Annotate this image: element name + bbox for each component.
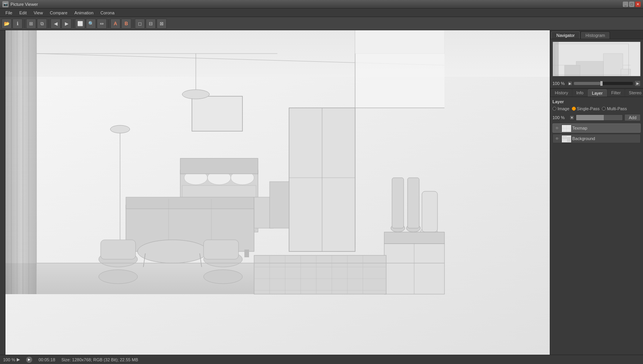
toolbar-zoom-btn[interactable]: 🔍 — [86, 19, 96, 29]
svg-rect-27 — [244, 250, 249, 257]
toolbar-sep-1 — [24, 19, 24, 28]
toolbar-next-btn[interactable]: ▶ — [61, 19, 71, 29]
svg-rect-49 — [408, 178, 419, 228]
layer-item-background[interactable]: 👁 Background — [552, 134, 641, 143]
single-pass-radio[interactable]: Single-Pass — [572, 106, 600, 111]
layer-pct-row: 100 % ▼ Add — [552, 114, 641, 121]
menu-corona[interactable]: Corona — [98, 10, 118, 16]
menu-animation[interactable]: Animation — [71, 10, 97, 16]
layer-name-background: Background — [572, 136, 639, 141]
menu-compare[interactable]: Compare — [47, 10, 70, 16]
svg-point-41 — [182, 90, 209, 99]
toolbar-view2-btn[interactable]: ⊟ — [146, 19, 156, 29]
zoom-value: 100 % — [552, 81, 566, 86]
zoom-slider[interactable] — [574, 82, 633, 85]
main-area: Navigator Histogram — [0, 30, 643, 355]
menu-edit[interactable]: Edit — [16, 10, 30, 16]
right-panel: Navigator Histogram — [550, 30, 643, 355]
sketch-background — [5, 30, 550, 355]
layer-thumb-texmap — [561, 125, 571, 132]
layer-pct-value: 100 % — [552, 115, 568, 120]
menu-bar: File Edit View Compare Animation Corona — [0, 9, 643, 17]
history-tab[interactable]: History — [551, 89, 572, 97]
single-pass-radio-dot — [572, 107, 576, 111]
toolbar-compare-btn[interactable]: ⇔ — [97, 19, 107, 29]
zoom-slider-thumb[interactable] — [600, 81, 603, 86]
zoom-max-arrow[interactable]: ▶ — [634, 80, 641, 87]
maximize-button[interactable]: □ — [629, 2, 634, 7]
svg-point-35 — [99, 270, 138, 284]
layer-pct-bar[interactable] — [576, 114, 623, 121]
play-button[interactable]: ▶ — [26, 357, 32, 363]
status-zoom-arrow: ▶ — [17, 357, 20, 362]
toolbar-view1-btn[interactable]: ◻ — [135, 19, 145, 29]
multi-pass-radio-dot — [602, 107, 606, 111]
svg-rect-7 — [5, 30, 37, 294]
toolbar-open-btn[interactable]: 📂 — [2, 19, 12, 29]
app-title: Picture Viewer — [10, 2, 623, 7]
layer-section-title: Layer — [552, 99, 641, 104]
left-panel — [0, 30, 5, 355]
toolbar: 📂 ℹ ⊞ ⧉ ◀ ▶ ⬜ 🔍 ⇔ A B ◻ ⊟ ⊠ — [0, 17, 643, 30]
svg-rect-82 — [567, 137, 570, 142]
info-tab[interactable]: Info — [572, 89, 587, 97]
layer-tab[interactable]: Layer — [588, 89, 607, 97]
zoom-slider-fill — [574, 82, 600, 85]
svg-rect-52 — [384, 232, 444, 244]
toolbar-view3-btn[interactable]: ⊠ — [157, 19, 167, 29]
toolbar-crop-btn[interactable]: ⬜ — [75, 19, 85, 29]
sub-tabs: History Info Layer Filter Stereo — [550, 88, 643, 97]
toolbar-textb-btn[interactable]: B — [121, 19, 131, 29]
minimize-button[interactable]: _ — [623, 2, 628, 7]
close-button[interactable]: ✕ — [635, 2, 641, 7]
app-icon: 📷 — [2, 1, 9, 7]
canvas-area[interactable] — [5, 30, 550, 355]
svg-rect-39 — [192, 96, 242, 131]
toolbar-sep-5 — [133, 19, 133, 28]
menu-view[interactable]: View — [31, 10, 46, 16]
svg-rect-47 — [392, 178, 404, 228]
zoom-down-arrow[interactable]: ▶ — [568, 81, 572, 86]
zoom-bar: 100 % ▶ ▶ — [550, 79, 643, 88]
layer-thumb-background — [561, 135, 571, 142]
image-radio[interactable]: Image — [552, 106, 570, 111]
stereo-tab[interactable]: Stereo — [625, 89, 643, 97]
svg-rect-73 — [576, 61, 603, 76]
toolbar-copy-btn[interactable]: ⧉ — [37, 19, 47, 29]
status-zoom: 100 % ▶ — [3, 357, 20, 362]
nav-preview — [550, 39, 643, 79]
svg-rect-53 — [384, 244, 444, 294]
multi-pass-radio-label: Multi-Pass — [607, 106, 627, 111]
render-canvas — [5, 30, 550, 355]
histogram-tab[interactable]: Histogram — [580, 31, 610, 39]
filter-tab[interactable]: Filter — [607, 89, 624, 97]
svg-rect-51 — [422, 191, 437, 232]
toolbar-sep-3 — [73, 19, 73, 28]
svg-rect-25 — [126, 197, 254, 209]
svg-rect-81 — [563, 136, 566, 139]
navigator-tab[interactable]: Navigator — [551, 31, 580, 39]
layer-name-texmap: Texmap — [572, 126, 639, 130]
toolbar-prev-btn[interactable]: ◀ — [51, 19, 61, 29]
toolbar-info-btn[interactable]: ℹ — [12, 19, 23, 29]
status-time: 00:05:18 — [38, 357, 55, 362]
window-controls: _ □ ✕ — [623, 2, 641, 7]
status-bar: 100 % ▶ ▶ 00:05:18 Size: 1280x768; RGB (… — [0, 355, 643, 364]
status-info: Size: 1280x768; RGB (32 Bit); 22.55 MB — [61, 357, 138, 362]
layer-eye-background[interactable]: 👁 — [554, 136, 560, 141]
toolbar-grid-btn[interactable]: ⊞ — [26, 19, 36, 29]
svg-point-30 — [138, 240, 207, 263]
svg-rect-45 — [270, 182, 289, 228]
layer-pct-down-btn[interactable]: ▼ — [570, 115, 574, 120]
layer-item-texmap[interactable]: 👁 Texmap — [552, 123, 641, 133]
menu-file[interactable]: File — [2, 10, 16, 16]
layer-options: Image Single-Pass Multi-Pass — [552, 106, 641, 111]
multi-pass-radio[interactable]: Multi-Pass — [602, 106, 627, 111]
layer-eye-texmap[interactable]: 👁 — [554, 125, 560, 131]
layer-add-button[interactable]: Add — [624, 114, 641, 121]
svg-rect-74 — [565, 65, 580, 76]
toolbar-texta-btn[interactable]: A — [110, 19, 120, 29]
svg-rect-23 — [180, 158, 258, 174]
svg-point-36 — [204, 270, 242, 284]
nav-tabs: Navigator Histogram — [550, 30, 643, 39]
